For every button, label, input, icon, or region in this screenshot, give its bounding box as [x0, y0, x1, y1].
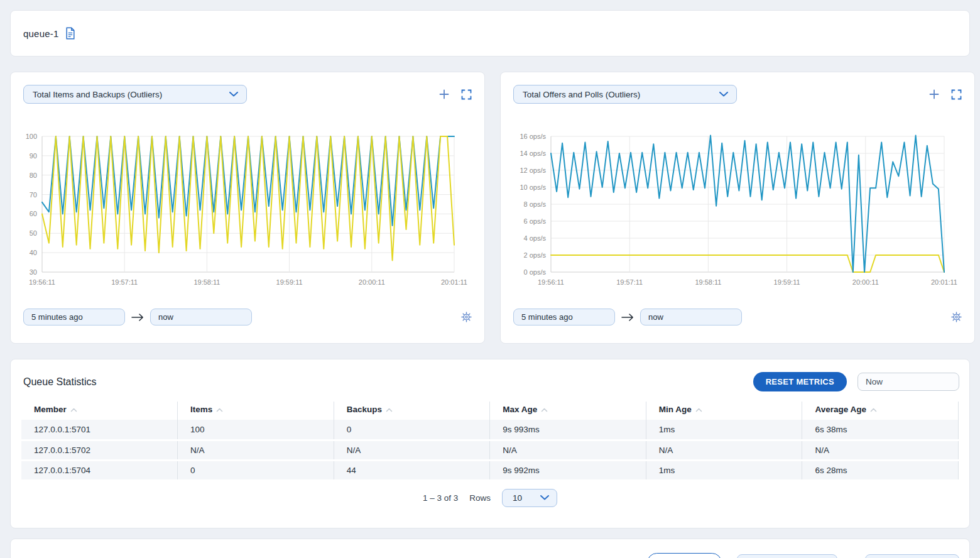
time-from-input[interactable] — [513, 309, 615, 326]
reset-time-button[interactable]: RESET TIME — [647, 553, 722, 558]
metric-select-value: Total Items and Backups (Outliers) — [33, 90, 162, 99]
page-range: 1 – 3 of 3 — [423, 493, 458, 503]
table-header-cell[interactable]: Backups — [334, 402, 490, 420]
time-from-input[interactable] — [23, 309, 125, 326]
svg-text:30: 30 — [30, 268, 37, 276]
svg-text:19:59:11: 19:59:11 — [276, 278, 303, 286]
metric-select-value: Total Offers and Polls (Outliers) — [523, 90, 640, 99]
sort-caret-icon — [70, 408, 77, 412]
rows-label: Rows — [469, 493, 491, 503]
line-chart: 0 ops/s2 ops/s4 ops/s6 ops/s8 ops/s10 op… — [513, 130, 962, 288]
svg-text:6 ops/s: 6 ops/s — [524, 217, 547, 225]
chevron-down-icon — [540, 495, 549, 500]
table-cell: N/A — [646, 440, 802, 460]
svg-text:8 ops/s: 8 ops/s — [524, 200, 547, 208]
gear-icon — [951, 312, 962, 322]
offers-polls-chart-card: Total Offers and Polls (Outliers) 0 ops/… — [500, 72, 975, 344]
table-row: 127.0.0.1:5702N/AN/AN/AN/AN/A — [21, 440, 959, 460]
reset-metrics-button[interactable]: RESET METRICS — [753, 372, 847, 391]
table-row: 127.0.0.1:570110009s 993ms1ms6s 38ms — [21, 420, 959, 440]
add-chart-button[interactable] — [439, 89, 449, 99]
page: queue-1 Total Items and Backups (Outlier… — [0, 0, 980, 558]
svg-text:80: 80 — [30, 172, 37, 179]
svg-text:19:56:11: 19:56:11 — [29, 278, 55, 286]
section-title: Queue Statistics — [23, 376, 97, 388]
sort-caret-icon — [216, 408, 223, 412]
svg-text:100: 100 — [26, 133, 37, 140]
add-chart-button[interactable] — [929, 89, 939, 99]
sort-caret-icon — [386, 408, 393, 412]
svg-text:16 ops/s: 16 ops/s — [520, 133, 546, 140]
document-icon[interactable] — [65, 27, 76, 40]
queue-header-card: queue-1 — [10, 10, 970, 57]
queue-statistics-card: Queue Statistics RESET METRICS MemberIte… — [10, 359, 970, 528]
fullscreen-button[interactable] — [951, 89, 962, 100]
svg-text:19:57:11: 19:57:11 — [616, 278, 643, 286]
svg-text:19:58:11: 19:58:11 — [695, 278, 721, 286]
table-cell: 6s 38ms — [802, 420, 959, 440]
svg-text:60: 60 — [30, 210, 37, 217]
table-cell: 1ms — [646, 420, 802, 440]
chevron-down-icon — [229, 92, 238, 97]
time-to-input[interactable] — [865, 554, 959, 558]
svg-text:19:56:11: 19:56:11 — [538, 278, 564, 286]
sort-caret-icon — [695, 408, 702, 412]
table-header-cell[interactable]: Items — [178, 402, 334, 420]
table-cell: 9s 993ms — [490, 420, 646, 440]
plus-icon — [439, 89, 449, 99]
chart-row: Total Items and Backups (Outliers) 30405… — [10, 72, 970, 344]
svg-text:19:58:11: 19:58:11 — [193, 278, 220, 286]
table-cell: 100 — [178, 420, 334, 440]
time-to-input[interactable] — [150, 309, 252, 326]
svg-text:19:57:11: 19:57:11 — [111, 278, 138, 286]
svg-text:50: 50 — [30, 229, 37, 237]
table-header-cell[interactable]: Average Age — [802, 402, 959, 420]
table-cell: N/A — [178, 440, 334, 460]
chevron-down-icon — [719, 92, 728, 97]
svg-text:14 ops/s: 14 ops/s — [520, 150, 546, 157]
gear-icon — [461, 312, 472, 322]
expand-icon — [461, 89, 472, 100]
table-header-cell[interactable]: Member — [21, 402, 178, 420]
table-cell: N/A — [490, 440, 646, 460]
chart-settings-button[interactable] — [461, 312, 472, 322]
table-cell: 0 — [334, 420, 490, 440]
line-chart: 3040506070809010019:56:1119:57:1119:58:1… — [23, 130, 472, 288]
table-cell: 127.0.0.1:5702 — [21, 440, 178, 460]
svg-text:20:00:11: 20:00:11 — [359, 278, 385, 286]
expand-icon — [951, 89, 962, 100]
fullscreen-button[interactable] — [461, 89, 472, 100]
metric-select[interactable]: Total Offers and Polls (Outliers) — [513, 85, 737, 104]
table-cell: 127.0.0.1:5704 — [21, 460, 178, 480]
table-cell: 6s 28ms — [802, 460, 959, 480]
queue-statistics-table: MemberItemsBackupsMax AgeMin AgeAverage … — [21, 402, 959, 481]
stats-time-input[interactable] — [858, 373, 959, 391]
svg-text:10 ops/s: 10 ops/s — [520, 183, 546, 191]
sort-caret-icon — [541, 408, 548, 412]
pagination: 1 – 3 of 3 Rows 10 — [11, 489, 969, 507]
time-from-input[interactable] — [737, 554, 837, 558]
table-header-cell[interactable]: Max Age — [490, 402, 646, 420]
plus-icon — [929, 89, 939, 99]
sort-caret-icon — [870, 408, 877, 412]
table-cell: 9s 992ms — [490, 460, 646, 480]
table-cell: N/A — [802, 440, 959, 460]
table-cell: 127.0.0.1:5701 — [21, 420, 178, 440]
svg-text:70: 70 — [30, 191, 37, 199]
svg-text:4 ops/s: 4 ops/s — [524, 234, 547, 242]
svg-text:0 ops/s: 0 ops/s — [524, 268, 547, 276]
svg-text:20:00:11: 20:00:11 — [852, 278, 879, 286]
table-cell: 0 — [178, 460, 334, 480]
metric-select[interactable]: Total Items and Backups (Outliers) — [23, 85, 247, 104]
table-cell: 1ms — [646, 460, 802, 480]
table-header-cell[interactable]: Min Age — [646, 402, 802, 420]
svg-text:20:01:11: 20:01:11 — [931, 278, 957, 286]
page-title: queue-1 — [23, 28, 58, 39]
arrow-right-icon — [131, 313, 144, 322]
rows-per-page-select[interactable]: 10 — [502, 489, 557, 507]
svg-text:12 ops/s: 12 ops/s — [520, 167, 546, 174]
chart-settings-button[interactable] — [951, 312, 962, 322]
time-to-input[interactable] — [640, 309, 742, 326]
table-cell: 44 — [334, 460, 490, 480]
svg-text:40: 40 — [30, 249, 37, 256]
